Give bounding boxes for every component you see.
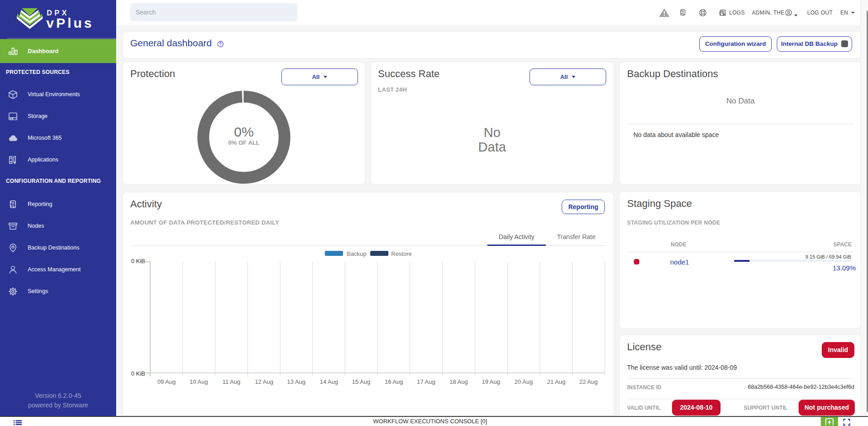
svg-text:vPlus: vPlus bbox=[46, 15, 94, 30]
